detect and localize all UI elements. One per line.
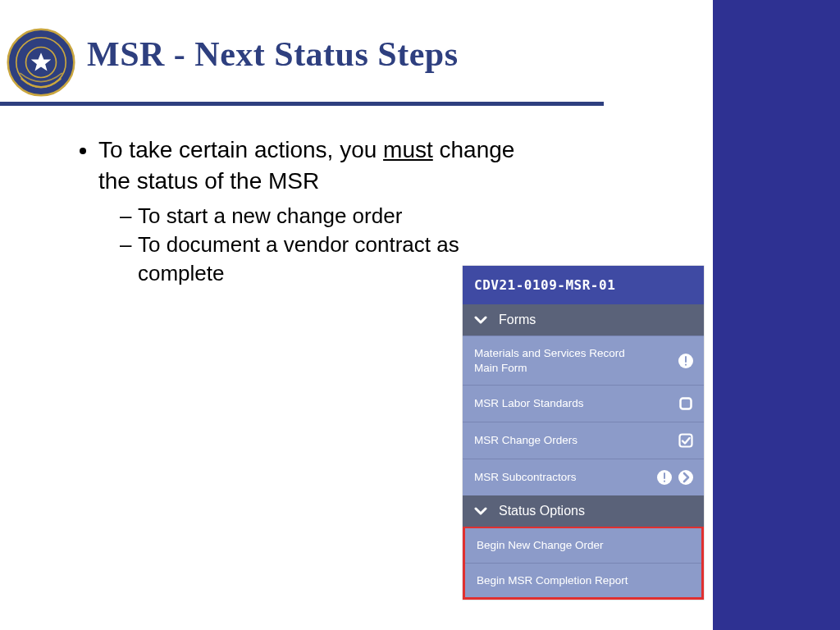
bullet-text-pre: To take certain actions, you [98, 137, 383, 162]
alert-icon [656, 469, 673, 486]
status-begin-completion-report[interactable]: Begin MSR Completion Report [465, 563, 701, 598]
svg-rect-6 [681, 399, 692, 409]
page-title: MSR - Next Status Steps [87, 34, 459, 74]
square-icon [678, 395, 694, 412]
form-item-change-orders[interactable]: MSR Change Orders [463, 422, 704, 459]
svg-rect-9 [664, 472, 665, 479]
bullet-main: To take certain actions, you must change… [98, 135, 528, 288]
chevron-down-icon [474, 504, 487, 518]
alert-icon [678, 353, 694, 369]
subbullet-1: To start a new change order [138, 202, 528, 231]
form-item-main[interactable]: Materials and Services Record Main Form [463, 336, 704, 385]
status-begin-change-order[interactable]: Begin New Change Order [465, 528, 701, 563]
body-content: To take certain actions, you must change… [61, 135, 528, 291]
status-highlight-box: Begin New Change Order Begin MSR Complet… [463, 527, 704, 600]
msr-panel: CDV21-0109-MSR-01 Forms Materials and Se… [463, 266, 704, 600]
svg-rect-10 [664, 481, 665, 482]
title-underline [0, 102, 604, 106]
bullet-text-must: must [383, 137, 433, 162]
form-item-subcontractors[interactable]: MSR Subcontractors [463, 459, 704, 495]
form-item-labor[interactable]: MSR Labor Standards [463, 385, 704, 422]
section-forms-label: Forms [499, 313, 536, 327]
check-icon [678, 432, 694, 449]
section-forms[interactable]: Forms [463, 304, 704, 336]
form-item-label: MSR Change Orders [474, 433, 578, 448]
status-item-label: Begin MSR Completion Report [477, 573, 628, 588]
form-item-label: MSR Subcontractors [474, 470, 577, 485]
agency-seal-icon [7, 28, 75, 97]
status-item-label: Begin New Change Order [477, 538, 604, 553]
panel-record-id: CDV21-0109-MSR-01 [463, 266, 704, 304]
svg-rect-5 [685, 363, 687, 365]
chevron-down-icon [474, 313, 487, 326]
svg-point-11 [678, 470, 693, 485]
arrow-right-icon [678, 469, 694, 486]
slide: MSR - Next Status Steps To take certain … [0, 0, 840, 630]
form-item-label: Materials and Services Record Main Form [474, 346, 638, 375]
section-status-label: Status Options [499, 504, 585, 518]
right-accent-bar [713, 0, 840, 630]
svg-rect-4 [685, 356, 687, 363]
form-item-label: MSR Labor Standards [474, 396, 584, 411]
section-status[interactable]: Status Options [463, 495, 704, 527]
svg-rect-7 [680, 435, 692, 447]
